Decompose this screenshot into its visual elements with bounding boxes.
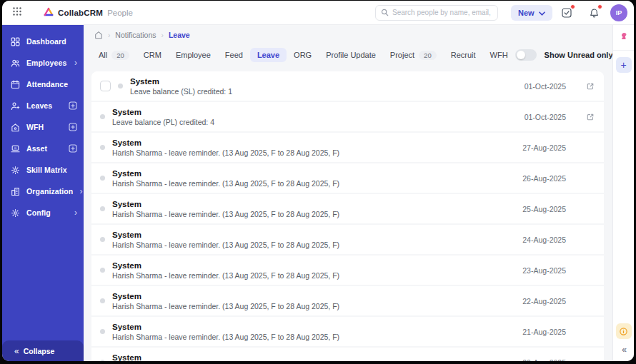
filter-tab[interactable]: ORG [287, 48, 319, 62]
notification-title: System [112, 231, 339, 239]
unread-dot [100, 298, 105, 303]
dashboard-icon [10, 36, 20, 46]
sidebar-item[interactable]: Employees › [2, 52, 84, 74]
attendance-icon [10, 79, 20, 89]
notification-description: Harish Sharma - leave reminder. (13 Aug … [112, 179, 339, 188]
config-icon [10, 208, 20, 218]
notification-date: 22-Aug-2025 [522, 297, 566, 305]
filter-tab-label: Leave [257, 51, 279, 59]
help-info-icon[interactable] [616, 323, 632, 339]
notification-date: 25-Aug-2025 [522, 205, 566, 213]
main-content: › Notifications › Leave All 20 CRM Emplo… [84, 25, 612, 361]
filter-tab-badge: 20 [419, 51, 437, 60]
notification-text: System Leave balance (PL) credited: 4 [112, 108, 214, 126]
search-input[interactable] [392, 9, 492, 16]
sidebar-collapse-button[interactable]: « Collapse [2, 340, 84, 361]
sidebar-item[interactable]: Leaves › [2, 95, 84, 116]
show-unread-toggle[interactable] [515, 49, 537, 61]
notification-date: 21-Aug-2025 [522, 328, 566, 336]
sidebar-item[interactable]: WFH › [2, 116, 84, 138]
filter-tab[interactable]: All 20 [91, 48, 136, 63]
global-search[interactable] [375, 5, 498, 21]
notification-row[interactable]: System Leave balance (PL) credited: 4 01… [91, 102, 604, 131]
notification-title: System [112, 292, 339, 300]
notification-row[interactable]: System Harish Sharma - leave reminder. (… [91, 163, 604, 193]
notification-row[interactable]: System Harish Sharma - leave reminder. (… [91, 133, 604, 162]
filter-tab[interactable]: CRM [136, 48, 169, 62]
filter-tab-label: Recruit [451, 51, 476, 59]
sidebar-item[interactable]: Attendance › [2, 74, 84, 95]
sidebar-item[interactable]: Asset › [2, 138, 84, 159]
filter-tab[interactable]: WFH [483, 48, 515, 62]
leaves-icon [10, 101, 20, 111]
sidebar-item[interactable]: Dashboard › [2, 31, 84, 52]
notification-row[interactable]: System Harish Sharma - leave reminder. (… [91, 194, 604, 223]
notification-title: System [112, 353, 339, 362]
brand[interactable]: CollabCRM People [44, 6, 133, 19]
filter-tab[interactable]: Feed [218, 48, 250, 62]
tasks-button[interactable] [559, 5, 575, 21]
row-checkbox[interactable] [100, 81, 111, 91]
double-chevron-left-icon: « [14, 346, 18, 356]
notification-row[interactable]: System Harish Sharma - leave reminder. (… [91, 317, 604, 346]
sidebar-item[interactable]: Skill Matrix › [2, 159, 84, 181]
new-button[interactable]: New [511, 5, 552, 21]
notification-description: Harish Sharma - leave reminder. (13 Aug … [112, 302, 339, 310]
plus-square-icon[interactable] [69, 101, 77, 110]
notification-row[interactable]: System Harish Sharma - leave reminder. (… [91, 256, 604, 285]
sidebar-item-label: Skill Matrix [26, 166, 67, 174]
app-launcher-button[interactable] [8, 4, 26, 22]
notification-row[interactable]: System Harish Sharma - leave reminder. (… [91, 348, 604, 361]
notification-date: 23-Aug-2025 [522, 266, 566, 275]
unread-dot [100, 206, 105, 211]
notification-description: Harish Sharma - leave reminder. (13 Aug … [112, 210, 339, 218]
external-link-icon[interactable] [585, 81, 595, 91]
filter-tab-label: Employee [176, 51, 211, 59]
notification-row[interactable]: System Harish Sharma - leave reminder. (… [91, 225, 604, 254]
notification-title: System [112, 323, 339, 331]
sidebar-item-label: Employees [26, 59, 66, 67]
sidebar-item[interactable]: Config › [2, 202, 84, 223]
home-icon[interactable] [94, 31, 103, 39]
chevron-right-icon: › [74, 59, 77, 67]
notification-row[interactable]: System Harish Sharma - leave reminder. (… [91, 286, 604, 315]
notification-date: 01-Oct-2025 [525, 82, 566, 91]
notification-text: System Harish Sharma - leave reminder. (… [112, 231, 339, 249]
user-avatar[interactable]: IP [610, 4, 627, 21]
employees-icon [10, 58, 20, 68]
plus-square-icon[interactable] [69, 144, 77, 153]
filter-tab[interactable]: Project 20 [383, 48, 444, 63]
add-widget-button[interactable]: + [616, 57, 632, 73]
filter-tab[interactable]: Profile Update [319, 48, 383, 62]
notification-date: 01-Oct-2025 [525, 113, 566, 121]
sidebar-item-label: Attendance [26, 80, 68, 89]
notification-text: System Harish Sharma - leave reminder. (… [112, 169, 339, 188]
wfh-icon [10, 122, 20, 132]
pink-bird-icon[interactable] [619, 31, 628, 44]
unread-dot [100, 237, 105, 242]
notification-text: System Harish Sharma - leave reminder. (… [112, 200, 339, 218]
notification-date: 20-Aug-2025 [522, 358, 566, 362]
filter-tab-label: Feed [225, 51, 243, 59]
filter-tab[interactable]: Employee [169, 48, 218, 62]
notification-title: System [112, 108, 214, 116]
plus-square-icon[interactable] [69, 123, 77, 131]
new-button-label: New [518, 9, 535, 17]
external-link-icon[interactable] [585, 112, 595, 121]
show-unread-label: Show Unread only [545, 51, 612, 59]
sidebar-item[interactable]: Organization › [2, 181, 84, 202]
collapse-label: Collapse [24, 347, 55, 355]
notification-row[interactable]: System Leave balance (SL) credited: 1 01… [91, 71, 604, 101]
filter-tab[interactable]: Leave [250, 48, 287, 62]
asset-icon [10, 143, 20, 153]
notifications-button[interactable] [586, 5, 602, 21]
breadcrumb-separator: › [108, 31, 110, 39]
filter-tab[interactable]: Recruit [444, 48, 483, 62]
rail-top [613, 25, 634, 51]
collapse-right-panel-button[interactable]: « [622, 345, 625, 355]
unread-dot [100, 145, 105, 150]
breadcrumb-current: Leave [169, 31, 190, 39]
breadcrumb-notifications[interactable]: Notifications [115, 31, 156, 39]
search-icon [381, 6, 389, 19]
notification-list: System Leave balance (SL) credited: 1 01… [91, 71, 604, 361]
